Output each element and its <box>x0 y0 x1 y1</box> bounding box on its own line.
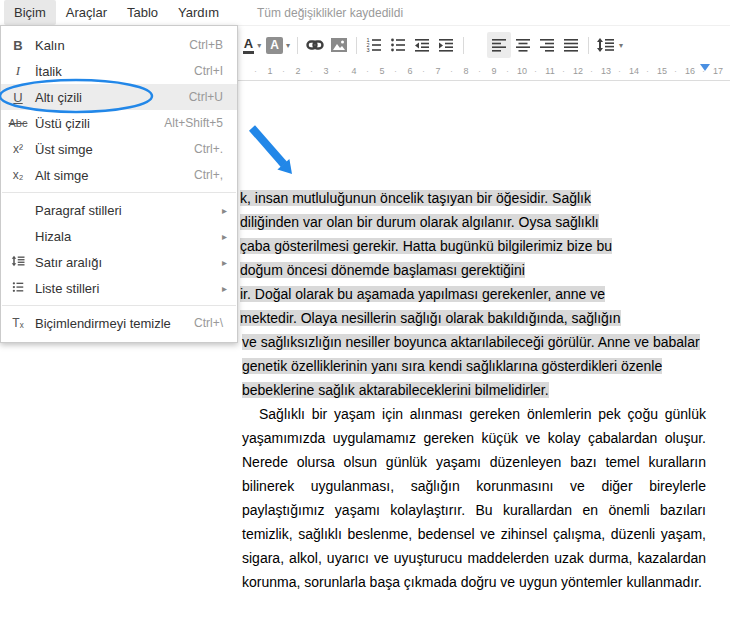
doc-line[interactable]: diliğinden var olan bir durum olarak alg… <box>240 210 599 234</box>
doc-line[interactable]: ve sağlıksızlığın nesiller boyunca aktar… <box>242 330 700 354</box>
menu-item-paragraph-styles[interactable]: Paragraf stilleri ▸ <box>1 197 237 223</box>
save-status: Tüm değişiklikler kaydedildi <box>257 6 403 20</box>
submenu-arrow-icon: ▸ <box>222 231 237 242</box>
menu-item-shortcut: Ctrl+U <box>189 90 237 104</box>
highlight-color-button[interactable]: A ▾ <box>264 32 292 58</box>
menu-item-shortcut: Ctrl+. <box>194 142 237 156</box>
menu-item-strikethrough[interactable]: Abc Üstü çizili Alt+Shift+5 <box>1 110 237 136</box>
doc-line[interactable]: ir. Doğal olarak bu aşamada yapılması ge… <box>240 282 605 306</box>
toolbar-separator <box>356 37 357 54</box>
doc-line[interactable]: k, insan mutluluğunun öncelik taşıyan bi… <box>240 186 591 210</box>
toolbar: A ▾ A ▾ <box>240 28 730 62</box>
menu-item-bold[interactable]: B Kalın Ctrl+B <box>1 32 237 58</box>
align-justify-button[interactable] <box>559 32 583 58</box>
format-menu: B Kalın Ctrl+B I İtalik Ctrl+I U Altı çi… <box>0 25 238 343</box>
right-indent-marker[interactable] <box>700 64 710 71</box>
increase-indent-button[interactable] <box>434 32 458 58</box>
menu-item-superscript[interactable]: x² Üst simge Ctrl+. <box>1 136 237 162</box>
menu-item-label: Satır aralığı <box>35 255 222 270</box>
align-right-button[interactable] <box>535 32 559 58</box>
toolbar-separator <box>297 37 298 54</box>
ruler-number: 15 <box>648 66 676 76</box>
selected-text: bebeklerine sağlık aktarabileceklerini b… <box>242 382 549 398</box>
ruler-number: 11 <box>536 66 564 76</box>
ruler-number: 7 <box>424 66 452 76</box>
ruler-number: 1 <box>256 66 284 76</box>
bulleted-list-icon <box>389 37 407 53</box>
menu-help[interactable]: Yardım <box>168 0 229 25</box>
ruler-number: 4 <box>340 66 368 76</box>
line-spacing-icon <box>1 255 35 270</box>
ruler-number: 13 <box>592 66 620 76</box>
menu-item-label: Altı çizili <box>35 90 189 105</box>
doc-line[interactable]: genetik özelliklerinin yanı sıra kendi s… <box>242 354 662 378</box>
submenu-arrow-icon: ▸ <box>222 205 237 216</box>
ruler-number: 12 <box>564 66 592 76</box>
menu-item-label: Paragraf stilleri <box>35 203 222 218</box>
align-left-button[interactable] <box>487 32 511 58</box>
align-center-icon <box>514 37 532 53</box>
strikethrough-icon: Abc <box>1 117 35 129</box>
selected-text: ir. Doğal olarak bu aşamada yapılması ge… <box>240 286 605 302</box>
align-right-icon <box>538 37 556 53</box>
image-icon <box>330 37 348 53</box>
menu-table[interactable]: Tablo <box>117 0 168 25</box>
link-icon <box>306 38 324 52</box>
menu-item-align[interactable]: Hizala ▸ <box>1 223 237 249</box>
chevron-down-icon: ▾ <box>619 41 623 50</box>
align-justify-icon <box>562 37 580 53</box>
chevron-down-icon: ▾ <box>257 41 261 50</box>
ruler-number: 14 <box>620 66 648 76</box>
line-spacing-icon <box>596 37 616 53</box>
selected-text: k, insan mutluluğunun öncelik taşıyan bi… <box>240 190 591 206</box>
underline-icon: U <box>1 90 35 105</box>
doc-line[interactable]: bebeklerine sağlık aktarabileceklerini b… <box>242 378 549 402</box>
menu-item-shortcut: Alt+Shift+5 <box>164 116 237 130</box>
menu-item-underline[interactable]: U Altı çizili Ctrl+U <box>1 84 237 110</box>
menu-item-list-styles[interactable]: Liste stilleri ▸ <box>1 275 237 301</box>
align-left-icon <box>490 37 508 53</box>
menubar: Biçim Araçlar Tablo Yardım Tüm değişikli… <box>0 0 730 26</box>
subscript-icon: x₂ <box>1 168 35 182</box>
doc-line[interactable]: mektedir. Olaya nesillerin sağlığı olara… <box>240 306 621 330</box>
menu-item-shortcut: Ctrl+\ <box>194 316 237 330</box>
toolbar-separator <box>463 37 464 54</box>
insert-link-button[interactable] <box>303 32 327 58</box>
selected-text: çaba gösterilmesi gerekir. Hatta bugünkü… <box>240 238 612 254</box>
menu-item-label: İtalik <box>35 64 194 79</box>
decrease-indent-button[interactable] <box>410 32 434 58</box>
menu-item-clear-formatting[interactable]: Tₓ Biçimlendirmeyi temizle Ctrl+\ <box>1 310 237 336</box>
ruler-number: 2 <box>284 66 312 76</box>
bulleted-list-button[interactable] <box>386 32 410 58</box>
insert-image-button[interactable] <box>327 32 351 58</box>
menu-item-shortcut: Ctrl+B <box>189 38 237 52</box>
ruler-number: 10 <box>508 66 536 76</box>
menu-tools[interactable]: Araçlar <box>56 0 117 25</box>
chevron-down-icon: ▾ <box>286 41 290 50</box>
menu-item-subscript[interactable]: x₂ Alt simge Ctrl+, <box>1 162 237 188</box>
line-spacing-button[interactable]: ▾ <box>594 32 625 58</box>
menu-item-line-spacing[interactable]: Satır aralığı ▸ <box>1 249 237 275</box>
list-styles-icon <box>1 281 35 296</box>
text-color-button[interactable]: A ▾ <box>240 32 264 58</box>
doc-paragraph[interactable]: Sağlıklı bir yaşam için alınması gereken… <box>242 402 706 594</box>
doc-line[interactable]: çaba gösterilmesi gerekir. Hatta bugünkü… <box>240 234 612 258</box>
selected-text: doğum öncesi dönemde başlaması gerektiği… <box>240 262 525 278</box>
ruler-number: 9 <box>480 66 508 76</box>
menu-format[interactable]: Biçim <box>4 0 56 25</box>
numbered-list-button[interactable]: 123 <box>362 32 386 58</box>
outdent-icon <box>413 37 431 53</box>
selected-text: genetik özelliklerinin yanı sıra kendi s… <box>242 358 662 374</box>
menu-item-label: Üstü çizili <box>35 116 164 131</box>
menu-separator <box>2 192 236 193</box>
menu-item-label: Liste stilleri <box>35 281 222 296</box>
italic-icon: I <box>1 63 35 79</box>
menu-item-shortcut: Ctrl+, <box>194 168 237 182</box>
menu-item-label: Üst simge <box>35 142 194 157</box>
doc-line[interactable]: doğum öncesi dönemde başlaması gerektiği… <box>240 258 525 282</box>
menu-item-italic[interactable]: I İtalik Ctrl+I <box>1 58 237 84</box>
svg-text:3: 3 <box>367 47 370 53</box>
menu-item-shortcut: Ctrl+I <box>194 64 237 78</box>
text-color-icon: A <box>243 37 254 54</box>
align-center-button[interactable] <box>511 32 535 58</box>
